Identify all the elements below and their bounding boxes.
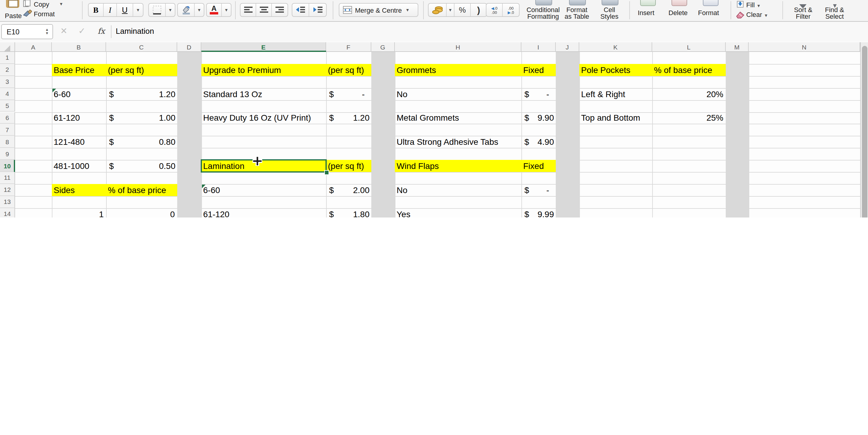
increase-indent-button[interactable] [309,4,326,16]
cell-E4[interactable]: Standard 13 Oz [201,88,326,100]
cell-styles-button[interactable]: Cell Styles [591,7,627,20]
cell-I14[interactable]: $9.99 [521,208,556,218]
column-header-A[interactable]: A [15,42,52,52]
align-left-button[interactable] [241,4,256,16]
cell-E12[interactable]: 6-60 [201,184,326,196]
column-header-G[interactable]: G [371,42,395,52]
cell-I6[interactable]: $9.90 [521,112,556,124]
cell-C4[interactable]: $1.20 [106,88,177,100]
cell-F6[interactable]: $1.20 [326,112,371,124]
column-header-J[interactable]: J [556,42,579,52]
row-header-13[interactable]: 13 [0,196,15,208]
cell-B10[interactable]: 481-1000 [52,160,106,172]
fill-handle[interactable] [324,170,329,175]
cell-H8[interactable]: Ultra Strong Adhesive Tabs [395,136,521,148]
cell-I10[interactable]: Fixed [521,160,556,172]
cell-E14[interactable]: 61-120 [201,208,326,218]
row-header-3[interactable]: 3 [0,76,15,88]
row-header-14[interactable]: 14 [0,208,15,218]
cell-E2[interactable]: Upgrade to Premium [201,64,326,76]
cell-I4[interactable]: $- [521,88,556,100]
cell-B6[interactable]: 61-120 [52,112,106,124]
cell-C10[interactable]: $0.50 [106,160,177,172]
bold-button[interactable]: B [89,4,104,16]
cell-B4[interactable]: 6-60 [52,88,106,100]
merge-centre-button[interactable]: Merge & Centre ▼ [339,3,418,17]
cell-B12[interactable]: Sides [52,184,106,196]
paste-button[interactable]: Paste [5,12,22,19]
borders-button[interactable] [149,4,166,16]
cell-B2[interactable]: Base Price [52,64,106,76]
cell-F4[interactable]: $- [326,88,371,100]
currency-format-button[interactable] [429,4,447,16]
gray-filled-column-M[interactable] [726,52,749,218]
column-header-K[interactable]: K [579,42,652,52]
cell-H14[interactable]: Yes [395,208,521,218]
cell-I2[interactable]: Fixed [521,64,556,76]
copy-button[interactable]: Copy [34,1,49,8]
format-button[interactable]: Format [698,9,719,16]
cell-C8[interactable]: $0.80 [106,136,177,148]
cell-C6[interactable]: $1.00 [106,112,177,124]
cell-C2[interactable]: (per sq ft) [106,64,177,76]
confirm-icon[interactable]: ✓ [79,26,85,36]
insert-function-icon[interactable]: fx [98,27,105,36]
row-header-1[interactable]: 1 [0,52,15,64]
cell-L6[interactable]: 25% [652,112,726,124]
gray-filled-column-G[interactable] [371,52,395,218]
cell-H4[interactable]: No [395,88,521,100]
underline-dropdown-icon[interactable]: ▼ [133,4,143,16]
row-header-8[interactable]: 8 [0,136,15,148]
cell-I8[interactable]: $4.90 [521,136,556,148]
cell-F10[interactable]: (per sq ft) [326,160,371,172]
gray-filled-column-J[interactable] [556,52,579,218]
name-box[interactable]: E10 ▲▼ [1,24,53,39]
row-header-9[interactable]: 9 [0,148,15,160]
column-header-M[interactable]: M [726,42,749,52]
name-box-stepper[interactable]: ▲▼ [45,28,49,35]
column-header-I[interactable]: I [521,42,556,52]
fill-button[interactable]: Fill ▼ [746,1,761,8]
select-all-corner[interactable] [0,42,15,52]
row-header-12[interactable]: 12 [0,184,15,196]
row-header-5[interactable]: 5 [0,100,15,112]
column-header-N[interactable]: N [749,42,860,52]
copy-dropdown-icon[interactable]: ▼ [59,2,63,6]
column-header-C[interactable]: C [106,42,177,52]
cell-K2[interactable]: Pole Pockets [579,64,652,76]
vertical-scrollbar-thumb[interactable] [862,46,867,218]
cell-K4[interactable]: Left & Right [579,88,652,100]
align-right-button[interactable] [272,4,287,16]
font-color-button[interactable]: A [207,4,222,16]
column-header-H[interactable]: H [395,42,521,52]
cell-B8[interactable]: 121-480 [52,136,106,148]
column-header-B[interactable]: B [52,42,106,52]
row-header-10[interactable]: 10 [0,160,15,172]
formula-input[interactable]: Lamination [116,27,154,36]
insert-button[interactable]: Insert [638,9,654,16]
comma-style-button[interactable]: ) [471,4,487,16]
row-header-2[interactable]: 2 [0,64,15,76]
gray-filled-column-D[interactable] [177,52,201,218]
increase-decimal-button[interactable]: ◀.0 .00 [487,4,503,16]
column-header-D[interactable]: D [177,42,201,52]
row-header-11[interactable]: 11 [0,172,15,184]
cell-H6[interactable]: Metal Grommets [395,112,521,124]
format-painter-button[interactable]: Format [34,10,55,18]
cell-F14[interactable]: $1.80 [326,208,371,218]
row-header-4[interactable]: 4 [0,88,15,100]
cell-L4[interactable]: 20% [652,88,726,100]
column-header-L[interactable]: L [652,42,726,52]
cell-E6[interactable]: Heavy Duty 16 Oz (UV Print) [201,112,326,124]
cell-H10[interactable]: Wind Flaps [395,160,521,172]
percent-style-button[interactable]: % [455,4,471,16]
cancel-icon[interactable]: ✕ [60,26,67,36]
vertical-scrollbar[interactable] [860,42,868,218]
find-select-button[interactable]: Find & Select [818,7,851,20]
cell-H2[interactable]: Grommets [395,64,521,76]
decrease-indent-button[interactable] [292,4,309,16]
currency-dropdown-icon[interactable]: ▼ [447,4,455,16]
cell-H12[interactable]: No [395,184,521,196]
underline-button[interactable]: U [117,4,133,16]
align-center-button[interactable] [256,4,272,16]
